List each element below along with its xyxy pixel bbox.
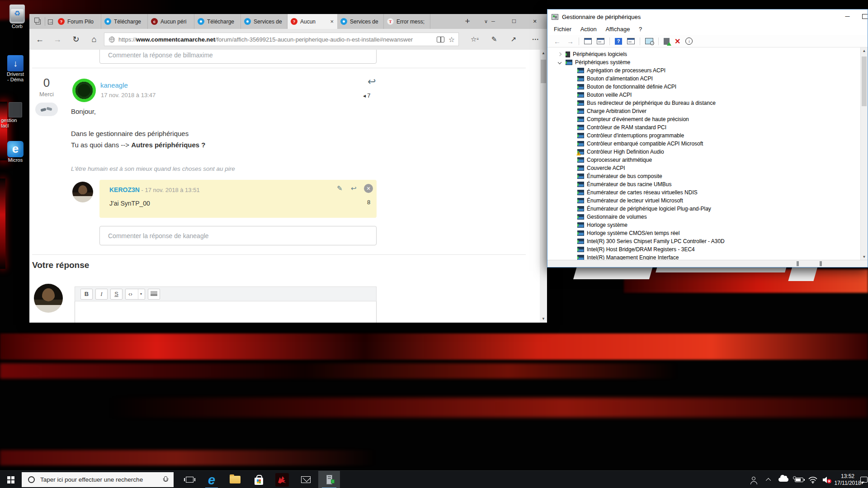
desktop-icon-recycle-bin[interactable]: Corb [3, 5, 32, 29]
action-center-icon[interactable] [858, 471, 868, 488]
browser-tab[interactable]: ?Forum Pilo [55, 14, 101, 29]
share-icon[interactable]: ↗ [508, 33, 519, 45]
avatar-kaneagle[interactable] [72, 79, 96, 102]
menu-affichage[interactable]: Affichage [604, 24, 631, 34]
chevron-down-icon[interactable] [558, 61, 561, 64]
browser-tab[interactable]: Télécharge [194, 14, 241, 29]
device-tree-item[interactable]: Coprocesseur arithmétique [577, 156, 652, 164]
dm-properties-icon[interactable] [597, 38, 604, 44]
home-button[interactable]: ⌂ [87, 33, 101, 46]
device-tree-item[interactable]: Agrégation de processeurs ACPI [577, 66, 665, 75]
device-tree-item[interactable]: Énumérateur de lecteur virtuel Microsoft [577, 197, 683, 205]
browser-minimize-button[interactable]: ─ [483, 14, 504, 29]
back-button[interactable]: ← [33, 33, 47, 46]
new-tab-button[interactable]: + [459, 14, 476, 29]
avatar-keroz3n[interactable] [72, 182, 93, 202]
thanks-handshake-button[interactable] [35, 103, 58, 116]
onedrive-icon[interactable] [776, 471, 791, 488]
dm-scan-computer-icon[interactable] [645, 38, 653, 44]
taskbar-edge-button[interactable]: e [202, 471, 222, 488]
desktop-icon-microsoft-edge[interactable]: e Micros [1, 141, 30, 163]
dm-help-icon[interactable]: ? [615, 38, 622, 45]
device-tree-item[interactable]: Intel(R) 300 Series Chipset Family LPC C… [577, 237, 725, 245]
taskbar-explorer-button[interactable] [225, 471, 245, 488]
dm-vertical-scrollbar[interactable]: ▲ ▼ [860, 47, 868, 261]
reply-comment-icon[interactable]: ↩ [351, 184, 357, 192]
desktop-icon-drivers[interactable]: ↓ Driverst - Déma [1, 55, 30, 82]
device-tree-item[interactable]: Bouton d'alimentation ACPI [577, 75, 653, 83]
taskbar-device-manager-button[interactable] [318, 471, 340, 488]
device-tree-item[interactable]: Énumérateur de périphérique logiciel Plu… [577, 205, 711, 213]
italic-button[interactable]: I [95, 289, 108, 300]
delete-comment-icon[interactable]: ✕ [364, 184, 373, 193]
device-tree-item[interactable]: Intel(R) Host Bridge/DRAM Registers - 3E… [577, 245, 695, 253]
battery-icon[interactable] [791, 471, 807, 488]
device-tree-item[interactable]: Horloge système CMOS/en temps réel [577, 229, 679, 237]
more-options-icon[interactable]: ⋯ [529, 33, 541, 45]
comment-input-billmaxime[interactable]: Commenter la réponse de billmaxime [99, 50, 377, 64]
browser-tab[interactable]: TError mess; [384, 14, 430, 29]
dm-scan-hardware-icon[interactable]: ↓ [685, 38, 693, 45]
device-tree-item[interactable]: Périphériques système [558, 58, 630, 66]
taskbar-store-button[interactable] [249, 471, 269, 488]
device-tree-item[interactable]: Énumérateur de bus racine UMBus [577, 180, 671, 188]
device-tree-item[interactable]: Compteur d'événement de haute précision [577, 115, 689, 123]
dm-action-pane-icon[interactable] [627, 38, 635, 44]
browser-tab[interactable]: cAucun péri [148, 14, 194, 29]
device-tree-item[interactable]: Bouton de fonctionnalité définie ACPI [577, 83, 676, 91]
page-scrollbar[interactable]: ▲ ▼ [540, 50, 547, 323]
reply-textarea[interactable] [75, 301, 377, 323]
device-tree-item[interactable]: Contrôleur High Definition Audio [577, 148, 664, 156]
browser-tab[interactable]: Services de [337, 14, 384, 29]
browser-tab[interactable]: ?Aucun× [288, 14, 337, 29]
microphone-icon[interactable] [163, 476, 167, 483]
dm-horizontal-scrollbar[interactable] [547, 260, 868, 267]
annotate-pen-icon[interactable]: ✎ [488, 33, 500, 45]
device-tree-item[interactable]: Énumérateur de cartes réseau virtuelles … [577, 188, 698, 197]
scrollbar-thumb[interactable] [541, 60, 546, 83]
dm-console-icon[interactable] [584, 38, 592, 44]
address-bar[interactable]: https://www.commentcamarche.net/forum/af… [104, 33, 459, 46]
taskbar-mail-button[interactable] [296, 471, 316, 488]
device-tree-item[interactable]: Charge Arbitration Driver [577, 107, 646, 115]
device-tree-item[interactable]: Contrôleur d'interruptions programmable [577, 131, 684, 140]
browser-maximize-button[interactable]: ☐ [504, 14, 524, 29]
device-tree-item[interactable]: Périphériques logiciels [558, 50, 627, 58]
dm-back-icon[interactable]: ← [554, 38, 561, 45]
bold-button[interactable]: B [80, 289, 93, 300]
hub-favorites-icon[interactable]: ☆≡ [469, 33, 481, 45]
forward-button[interactable]: → [51, 33, 64, 46]
comment-input-kaneagle[interactable]: Commenter la réponse de kaneagle [99, 226, 377, 245]
set-tabs-aside-icon[interactable] [34, 17, 42, 26]
device-tree-item[interactable]: Contrôleur de RAM standard PCI [577, 123, 666, 131]
comment-author-link[interactable]: KEROZ3N - 17 nov. 2018 à 13:51 [109, 186, 200, 193]
device-tree-item[interactable]: Bus redirecteur de périphérique du Burea… [577, 99, 716, 107]
dm-update-driver-icon[interactable] [664, 38, 670, 45]
reading-view-icon[interactable] [437, 37, 444, 42]
browser-tab[interactable]: Télécharge [101, 14, 148, 29]
post-author-link[interactable]: kaneagle [100, 81, 128, 89]
taskbar-search-box[interactable]: Taper ici pour effectuer une recherche [22, 472, 174, 487]
taskbar-clock[interactable]: 13:52 17/11/2018 [835, 471, 861, 488]
code-dropdown-caret[interactable]: ▾ [138, 289, 142, 299]
browser-close-button[interactable]: ✕ [524, 14, 545, 29]
dm-scrollbar-thumb[interactable] [862, 56, 867, 106]
replies-collapse-control[interactable]: ◀7 [363, 92, 370, 99]
menu-help[interactable]: ? [638, 24, 643, 34]
edit-comment-icon[interactable]: ✎ [337, 184, 343, 192]
insert-image-button[interactable] [148, 289, 160, 300]
code-block-button[interactable]: ‹›▾ [125, 289, 145, 300]
dm-minimize-button[interactable]: ─ [837, 9, 858, 24]
dm-maximize-button[interactable] [862, 14, 868, 19]
browser-tab[interactable]: Services de [241, 14, 288, 29]
device-tree-item[interactable]: Bouton veille ACPI [577, 91, 632, 99]
start-button[interactable] [0, 471, 22, 488]
taskbar-msi-button[interactable] [272, 471, 292, 488]
wifi-icon[interactable] [806, 471, 820, 488]
desktop-icon-gestion[interactable]: gestion tacl [1, 102, 30, 128]
device-tree-item[interactable]: Horloge système [577, 221, 627, 229]
volume-muted-icon[interactable] [819, 471, 835, 488]
menu-action[interactable]: Action [580, 24, 598, 34]
device-tree-item[interactable]: Contrôleur embarqué compatible ACPI Micr… [577, 140, 703, 148]
refresh-button[interactable]: ↻ [69, 33, 83, 46]
